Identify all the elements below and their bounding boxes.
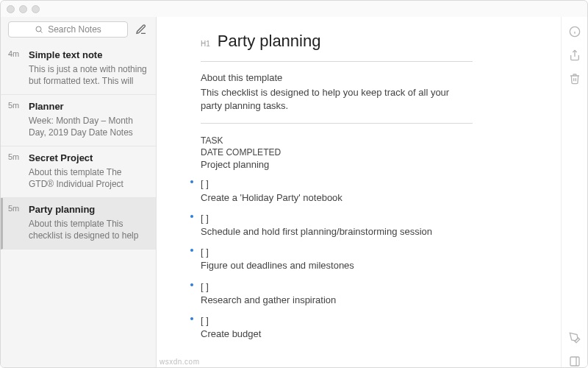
heading-level-marker: H1 xyxy=(201,40,210,48)
search-placeholder: Search Notes xyxy=(48,24,101,35)
bullet-icon xyxy=(190,249,193,252)
about-body: This checklist is designed to help you k… xyxy=(201,86,473,113)
window-titlebar xyxy=(1,1,587,17)
bullet-icon xyxy=(190,317,193,320)
right-toolbar xyxy=(561,17,587,367)
traffic-zoom[interactable] xyxy=(32,5,40,13)
task-label: Create budget xyxy=(201,328,539,341)
trash-icon[interactable] xyxy=(569,73,581,85)
task-label: Schedule and hold first planning/brainst… xyxy=(201,225,539,238)
svg-point-0 xyxy=(36,26,41,32)
page-title[interactable]: Party planning xyxy=(218,32,321,51)
compose-icon xyxy=(135,24,147,35)
task-item[interactable]: [ ]Create budget xyxy=(201,314,539,341)
info-icon[interactable] xyxy=(569,26,581,38)
note-title: Secret Project xyxy=(29,152,148,163)
note-preview: This is just a note with nothing but for… xyxy=(29,63,148,87)
traffic-minimize[interactable] xyxy=(19,5,27,13)
note-preview: About this template The GTD® Individual … xyxy=(29,166,148,190)
app-window: Search Notes 4mSimple text noteThis is j… xyxy=(0,0,588,368)
note-item[interactable]: 4mSimple text noteThis is just a note wi… xyxy=(1,43,156,95)
task-list: [ ]Create a 'Holiday Party' notebook[ ]S… xyxy=(201,177,539,341)
task-checkbox[interactable]: [ ] xyxy=(201,212,539,225)
bullet-icon xyxy=(190,180,193,183)
svg-line-1 xyxy=(40,31,42,32)
svg-rect-6 xyxy=(570,357,579,366)
about-heading: About this template xyxy=(201,72,539,83)
bullet-icon xyxy=(190,283,193,286)
note-time: 5m xyxy=(8,152,23,190)
traffic-close[interactable] xyxy=(7,5,15,13)
note-time: 5m xyxy=(8,204,23,241)
note-item[interactable]: 5mPlannerWeek: Month Day – Month Day, 20… xyxy=(1,95,156,146)
task-checkbox[interactable]: [ ] xyxy=(201,314,539,328)
task-label: Figure out deadlines and milestones xyxy=(201,259,539,272)
task-checkbox[interactable]: [ ] xyxy=(201,177,539,191)
task-checkbox[interactable]: [ ] xyxy=(201,246,539,259)
note-title: Planner xyxy=(29,101,148,112)
compose-button[interactable] xyxy=(134,22,148,37)
note-item[interactable]: 5mSecret ProjectAbout this template The … xyxy=(1,146,156,198)
note-time: 5m xyxy=(8,101,23,138)
divider xyxy=(201,123,473,124)
task-item[interactable]: [ ]Figure out deadlines and milestones xyxy=(201,246,539,272)
note-preview: About this template This checklist is de… xyxy=(29,218,148,241)
note-title: Party planning xyxy=(29,204,148,215)
share-icon[interactable] xyxy=(569,49,581,61)
watermark: wsxdn.com xyxy=(159,358,200,366)
note-item[interactable]: 5mParty planningAbout this template This… xyxy=(1,198,156,250)
panel-icon[interactable] xyxy=(569,355,581,367)
editor[interactable]: H1 Party planning About this template Th… xyxy=(157,17,561,367)
search-input[interactable]: Search Notes xyxy=(8,21,128,38)
note-list: 4mSimple text noteThis is just a note wi… xyxy=(1,43,156,367)
note-title: Simple text note xyxy=(29,49,148,60)
bullet-icon xyxy=(190,215,193,218)
task-item[interactable]: [ ]Schedule and hold first planning/brai… xyxy=(201,212,539,238)
note-time: 4m xyxy=(8,49,23,87)
main-pane: H1 Party planning About this template Th… xyxy=(157,17,587,367)
search-icon xyxy=(35,25,43,34)
task-label: Research and gather inspiration xyxy=(201,294,539,307)
task-item[interactable]: [ ]Create a 'Holiday Party' notebook xyxy=(201,177,539,204)
task-label: Create a 'Holiday Party' notebook xyxy=(201,191,539,205)
task-checkbox[interactable]: [ ] xyxy=(201,280,539,294)
task-section-title: Project planning xyxy=(201,159,539,170)
task-item[interactable]: [ ]Research and gather inspiration xyxy=(201,280,539,307)
task-column-header: TASK xyxy=(201,135,539,146)
date-column-header: DATE COMPLETED xyxy=(201,147,539,158)
divider xyxy=(201,61,473,62)
sidebar: Search Notes 4mSimple text noteThis is j… xyxy=(1,17,157,367)
pen-icon[interactable] xyxy=(569,332,581,344)
note-preview: Week: Month Day – Month Day, 2019 Day Da… xyxy=(29,115,148,138)
